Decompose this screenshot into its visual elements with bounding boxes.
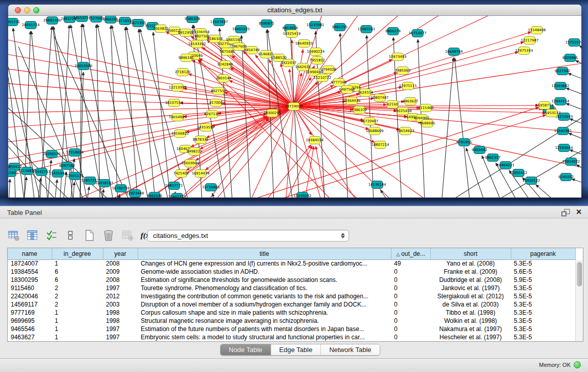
table-row[interactable]: 977716911998Corpus callosum shape and si… — [8, 309, 575, 317]
graph-node[interactable]: 7663822 — [153, 25, 168, 33]
table-scrollbar[interactable] — [575, 260, 583, 341]
graph-node[interactable]: 11245032 — [294, 192, 312, 198]
graph-node[interactable]: 16914479 — [192, 170, 210, 178]
column-header-in_degree[interactable]: in_degree — [52, 248, 103, 259]
graph-node[interactable]: 12103644 — [555, 144, 573, 152]
graph-node[interactable]: 9806274 — [385, 28, 401, 35]
graph-node[interactable]: 5875685 — [220, 48, 235, 56]
graph-node[interactable]: 62160 — [387, 101, 398, 108]
tab-network-table[interactable]: Network Table — [321, 344, 379, 355]
graph-node[interactable]: 9227342 — [555, 68, 570, 75]
graph-node[interactable]: 6671355 — [130, 19, 146, 27]
graph-node[interactable]: 9115460 — [418, 104, 433, 112]
graph-node[interactable]: 19654923 — [397, 127, 415, 135]
graph-node[interactable]: 3624554 — [358, 89, 373, 97]
table-row[interactable]: 946554611997Estimation of the future num… — [8, 325, 575, 333]
table-row[interactable]: 1456911722003Disruption of a novel membe… — [8, 300, 575, 309]
table-row[interactable]: 1938455462009Genome-wide association stu… — [8, 268, 575, 276]
graph-node[interactable]: 16753477 — [409, 30, 427, 37]
new-document-icon[interactable] — [83, 229, 96, 242]
column-header-out_de[interactable]: △out_de... — [391, 248, 430, 259]
graph-node[interactable]: 15751074 — [565, 39, 581, 47]
graph-node[interactable]: 9459442 — [472, 146, 487, 154]
graph-node[interactable]: 8427552 — [211, 87, 226, 95]
graph-node[interactable]: 24055714 — [22, 21, 40, 29]
graph-node[interactable]: 10464221 — [497, 162, 515, 169]
close-panel-icon[interactable]: ✕ — [576, 208, 582, 216]
graph-node[interactable]: 19384554 — [306, 137, 324, 144]
column-header-short[interactable]: short — [430, 248, 511, 259]
graph-node[interactable]: 20891406 — [43, 17, 61, 25]
graph-node[interactable]: 12444154 — [552, 98, 570, 105]
delete-table-icon[interactable] — [121, 229, 134, 242]
graph-node[interactable]: 7425402 — [173, 170, 189, 178]
graph-node[interactable]: 8267130 — [204, 111, 220, 118]
graph-node[interactable]: 10465225 — [232, 26, 250, 33]
graph-node[interactable]: 8498222 — [187, 148, 202, 156]
graph-node[interactable]: 8454749 — [244, 47, 259, 54]
graph-node[interactable]: 7485063 — [395, 67, 410, 75]
graph-node[interactable]: 10954022 — [562, 158, 580, 166]
graph-node[interactable]: 2803144 — [216, 75, 231, 82]
graph-node[interactable]: 9186328 — [185, 16, 200, 23]
tab-edge-table[interactable]: Edge Table — [271, 344, 321, 355]
graph-node[interactable]: 12093882 — [552, 82, 570, 90]
graph-node[interactable]: 1662615 — [295, 63, 311, 71]
graph-node[interactable]: 18640910 — [295, 40, 313, 48]
network-canvas[interactable]: 2055731240557142089140624837141106532571… — [8, 16, 581, 198]
graph-node[interactable]: 1527602 — [89, 16, 104, 23]
graph-node[interactable]: 9699695 — [420, 120, 435, 127]
graph-node[interactable]: 9463627 — [403, 98, 418, 105]
graph-node[interactable]: 10807487 — [371, 94, 389, 102]
table-row[interactable]: 1872400712008Changes of HCN gene express… — [8, 259, 575, 268]
graph-node[interactable]: 14136144 — [368, 181, 386, 189]
graph-node[interactable]: 15237081 — [307, 21, 324, 29]
graph-node[interactable]: 9465546 — [147, 192, 162, 198]
graph-node[interactable]: 11607437 — [210, 18, 228, 26]
graph-node[interactable]: 9245012 — [558, 173, 574, 181]
graph-node[interactable]: 917006 — [209, 99, 223, 107]
graph-node[interactable]: 7386372 — [352, 106, 367, 114]
graph-node[interactable]: 8878334 — [193, 136, 208, 144]
column-header-name[interactable]: name — [8, 248, 52, 259]
graph-node[interactable]: 9777169 — [331, 79, 346, 86]
float-panel-icon[interactable] — [561, 209, 571, 216]
graph-node[interactable]: 2718120 — [175, 69, 190, 76]
table-settings-icon[interactable] — [7, 229, 20, 242]
table-row[interactable]: 946362711997Embryonic stem cells: a mode… — [8, 333, 575, 341]
graph-node[interactable]: 11056412 — [510, 169, 528, 177]
window-titlebar[interactable]: citations_edges.txt — [8, 5, 581, 16]
graph-node[interactable]: 8912955 — [178, 29, 193, 37]
column-header-year[interactable]: year — [103, 248, 138, 259]
graph-node[interactable]: 9862317 — [485, 154, 500, 162]
graph-node[interactable]: 9896181 — [179, 54, 194, 62]
graph-node[interactable]: 6497568 — [339, 86, 355, 94]
graph-node[interactable]: 11082261 — [358, 26, 376, 33]
network-view-window[interactable]: citations_edges.txt 20557312405571420891… — [8, 5, 581, 198]
column-header-title[interactable]: title — [138, 248, 391, 259]
graph-node[interactable]: 11451944 — [49, 170, 67, 178]
graph-node[interactable]: 15716485 — [202, 184, 220, 191]
network-graph[interactable]: 2055731240557142089140624837141106532571… — [8, 16, 581, 198]
column-select-icon[interactable] — [26, 229, 39, 242]
graph-node[interactable]: 12217987 — [521, 37, 539, 45]
graph-node[interactable]: 9329966 — [562, 54, 578, 62]
graph-node[interactable]: 11548408 — [528, 27, 546, 34]
graph-node[interactable]: 12450122 — [522, 177, 540, 185]
graph-node[interactable]: 9097588 — [59, 162, 75, 170]
graph-node[interactable]: 6794028 — [321, 66, 336, 74]
graph-node[interactable]: 8590871 — [259, 20, 274, 28]
graph-node[interactable]: 8322037 — [281, 59, 296, 67]
graph-node[interactable]: 7955812 — [310, 57, 325, 64]
row-select-icon[interactable] — [45, 229, 58, 242]
column-header-pagerank[interactable]: pagerank — [511, 248, 575, 259]
tab-node-table[interactable]: Node Table — [221, 344, 271, 355]
graph-node[interactable]: 19857771 — [165, 182, 183, 190]
table-row[interactable]: 1830029562008Estimation of significance … — [8, 276, 575, 284]
graph-node[interactable]: 16782759 — [112, 185, 130, 192]
table-row[interactable]: 2242004622012Investigating the contribut… — [8, 292, 575, 300]
graph-node[interactable]: 20206576 — [43, 150, 61, 158]
table-select-dropdown[interactable]: citations_edges.txt — [147, 230, 349, 242]
table-row[interactable]: 969969511998Structural magnetic resonanc… — [8, 317, 575, 325]
graph-node[interactable]: 10688609 — [366, 127, 384, 135]
